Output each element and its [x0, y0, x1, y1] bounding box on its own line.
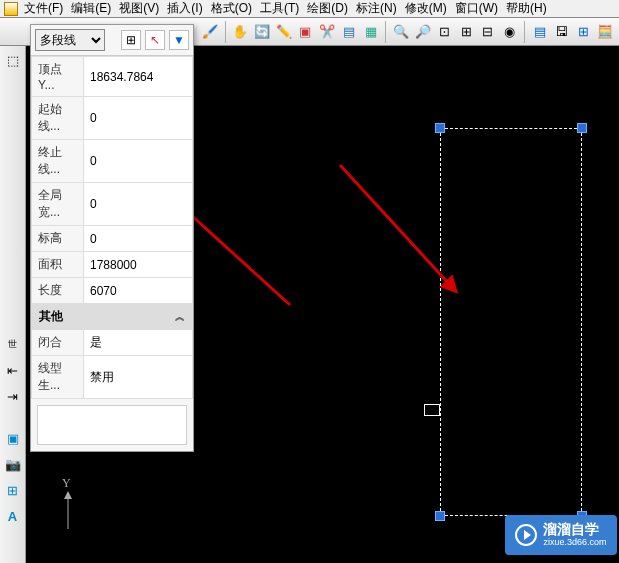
menu-draw[interactable]: 绘图(D): [303, 0, 352, 17]
grip-bottom-left[interactable]: [435, 511, 445, 521]
camera-icon[interactable]: 📷: [3, 454, 23, 474]
zoom-out-icon[interactable]: 🔎: [413, 21, 433, 43]
zoom-all-icon[interactable]: ⊟: [478, 21, 498, 43]
object-type-selector[interactable]: 多段线: [35, 29, 105, 51]
group-icon[interactable]: ▦: [361, 21, 381, 43]
watermark-title: 溜溜自学: [543, 522, 606, 537]
app-icon: [4, 2, 18, 16]
properties-table-other: 闭合是 线型生...禁用: [31, 329, 193, 399]
table-icon[interactable]: ⊞: [574, 21, 594, 43]
ucs-icon: Y: [60, 476, 90, 535]
left-toolbar: ⬚ 世 ⇤ ⇥ ▣ 📷 ⊞ A: [0, 46, 26, 563]
select-objects-icon[interactable]: ↖: [145, 30, 165, 50]
svg-marker-1: [64, 491, 72, 499]
menubar: 文件(F) 编辑(E) 视图(V) 插入(I) 格式(O) 工具(T) 绘图(D…: [0, 0, 619, 18]
play-icon: [515, 524, 537, 546]
chevron-up-icon: ︽: [175, 310, 185, 324]
expand-icon[interactable]: ⇥: [3, 386, 23, 406]
prop-row-linetype-gen[interactable]: 线型生...禁用: [32, 356, 193, 399]
pan-icon[interactable]: ✋: [231, 21, 251, 43]
quick-select-icon[interactable]: ⊞: [121, 30, 141, 50]
menu-view[interactable]: 视图(V): [115, 0, 163, 17]
pencil-icon[interactable]: ✏️: [274, 21, 294, 43]
watermark: 溜溜自学 zixue.3d66.com: [505, 515, 617, 555]
grip-top-right[interactable]: [577, 123, 587, 133]
menu-modify[interactable]: 修改(M): [401, 0, 451, 17]
prop-row-start-line[interactable]: 起始线...0: [32, 97, 193, 140]
group-other-header[interactable]: 其他 ︽: [31, 304, 193, 329]
rotate-icon[interactable]: 🔄: [252, 21, 272, 43]
properties-table: 顶点 Y...18634.7864 起始线...0 终止线...0 全局宽...…: [31, 56, 193, 304]
menu-insert[interactable]: 插入(I): [163, 0, 206, 17]
view-icon[interactable]: ▤: [530, 21, 550, 43]
panel-header: 多段线 ⊞ ↖ ▼: [31, 25, 193, 56]
properties-panel: 多段线 ⊞ ↖ ▼ 顶点 Y...18634.7864 起始线...0 终止线.…: [30, 24, 194, 452]
zoom-previous-icon[interactable]: ◉: [500, 21, 520, 43]
block-icon[interactable]: ▣: [296, 21, 316, 43]
panel-description-box: [37, 405, 187, 445]
menu-dimension[interactable]: 标注(N): [352, 0, 401, 17]
collapse-icon[interactable]: ⇤: [3, 360, 23, 380]
print-icon[interactable]: 🖫: [552, 21, 572, 43]
grid-icon[interactable]: ⊞: [3, 480, 23, 500]
selection-icon[interactable]: ⬚: [3, 50, 23, 70]
match-properties-icon[interactable]: 🖌️: [200, 21, 220, 43]
menu-format[interactable]: 格式(O): [207, 0, 256, 17]
calculator-icon[interactable]: 🧮: [595, 21, 615, 43]
menu-help[interactable]: 帮助(H): [502, 0, 551, 17]
prop-row-area[interactable]: 面积1788000: [32, 252, 193, 278]
filter-icon[interactable]: ▼: [169, 30, 189, 50]
cursor-pickbox: [424, 404, 440, 416]
crop-icon[interactable]: ▣: [3, 428, 23, 448]
prop-row-length[interactable]: 长度6070: [32, 278, 193, 304]
zoom-window-icon[interactable]: ⊡: [435, 21, 455, 43]
cut-icon[interactable]: ✂️: [317, 21, 337, 43]
prop-row-closed[interactable]: 闭合是: [32, 330, 193, 356]
prop-row-elevation[interactable]: 标高0: [32, 226, 193, 252]
menu-tools[interactable]: 工具(T): [256, 0, 303, 17]
menu-file[interactable]: 文件(F): [20, 0, 67, 17]
menu-window[interactable]: 窗口(W): [451, 0, 502, 17]
watermark-url: zixue.3d66.com: [543, 538, 606, 548]
world-icon[interactable]: 世: [3, 334, 23, 354]
zoom-extents-icon[interactable]: ⊞: [456, 21, 476, 43]
text-icon[interactable]: A: [3, 506, 23, 526]
grip-top-left[interactable]: [435, 123, 445, 133]
menu-edit[interactable]: 编辑(E): [67, 0, 115, 17]
layers-icon[interactable]: ▤: [339, 21, 359, 43]
separator: [524, 21, 525, 43]
prop-row-vertex-y[interactable]: 顶点 Y...18634.7864: [32, 57, 193, 97]
separator: [385, 21, 386, 43]
ucs-y-label: Y: [62, 476, 90, 491]
selection-rectangle: [440, 128, 582, 516]
zoom-in-icon[interactable]: 🔍: [391, 21, 411, 43]
prop-row-end-line[interactable]: 终止线...0: [32, 140, 193, 183]
separator: [225, 21, 226, 43]
prop-row-global-width[interactable]: 全局宽...0: [32, 183, 193, 226]
